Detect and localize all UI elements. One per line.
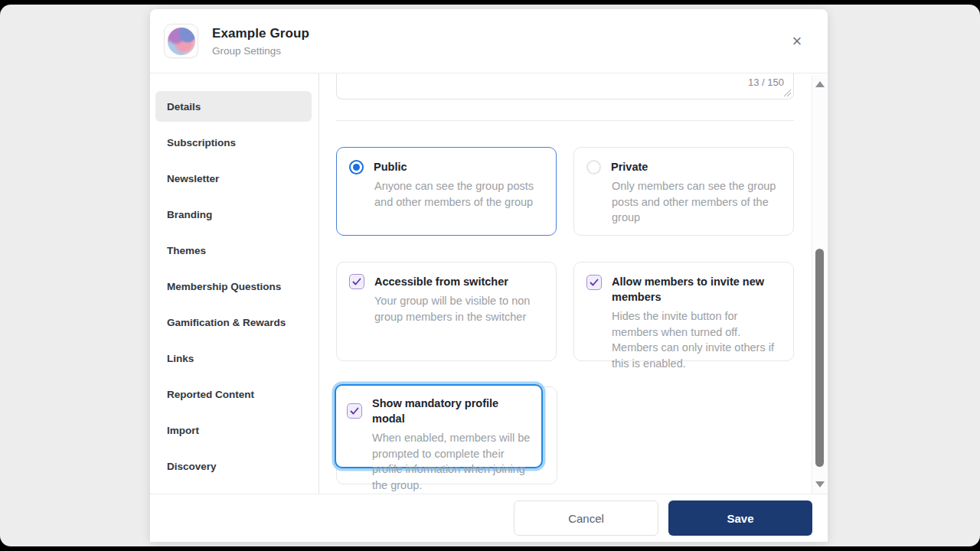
toggle-options-row: Accessible from switcher Your group will… — [336, 262, 794, 361]
sidebar-item-import[interactable]: Import — [155, 415, 312, 445]
option-description: Only members can see the group posts and… — [586, 178, 779, 226]
sidebar-item-discovery[interactable]: Discovery — [155, 451, 312, 481]
option-description: Your group will be visible to non group … — [349, 293, 542, 324]
sidebar-item-subscriptions[interactable]: Subscriptions — [155, 127, 312, 158]
group-settings-modal: Example Group Group Settings × Details S… — [150, 9, 828, 542]
sidebar-item-links[interactable]: Links — [155, 343, 312, 373]
checkbox-checked-icon[interactable] — [586, 275, 602, 290]
option-title: Private — [611, 159, 648, 174]
card-head: Public — [349, 159, 542, 174]
toggle-accessible-from-switcher[interactable]: Accessible from switcher Your group will… — [336, 262, 557, 361]
group-title: Example Group — [212, 26, 309, 41]
group-avatar-image — [168, 28, 195, 55]
checkmark-icon — [350, 406, 359, 416]
option-title: Accessible from switcher — [374, 274, 508, 289]
checkmark-icon — [590, 278, 599, 287]
card-head: Show mandatory profile modal — [347, 396, 531, 426]
sidebar-item-branding[interactable]: Branding — [155, 199, 312, 230]
option-description: Anyone can see the group posts and other… — [349, 178, 542, 210]
toggle-mandatory-profile-modal[interactable]: Show mandatory profile modal When enable… — [335, 384, 543, 468]
sidebar-item-newsletter[interactable]: Newsletter — [155, 163, 312, 194]
privacy-option-private[interactable]: Private Only members can see the group p… — [573, 147, 794, 236]
resize-handle-icon[interactable] — [784, 90, 791, 96]
privacy-option-public[interactable]: Public Anyone can see the group posts an… — [336, 147, 557, 236]
toggle-mandatory-profile-wrapper: Show mandatory profile modal When enable… — [336, 386, 557, 484]
checkbox-checked-icon[interactable] — [349, 274, 364, 289]
modal-footer: Cancel Save — [150, 494, 828, 542]
radio-selected-icon[interactable] — [349, 160, 364, 174]
sidebar-item-gamification-rewards[interactable]: Gamification & Rewards — [155, 307, 312, 337]
group-avatar — [164, 24, 198, 58]
option-title: Public — [374, 159, 407, 174]
sidebar-item-details[interactable]: Details — [155, 91, 312, 122]
card-head: Accessible from switcher — [349, 274, 542, 289]
close-icon[interactable]: × — [786, 31, 808, 52]
save-button[interactable]: Save — [668, 500, 812, 536]
radio-unselected-icon[interactable] — [586, 160, 601, 174]
settings-content: 13 / 150 Public Anyone can see the group… — [319, 73, 828, 494]
checkbox-checked-icon[interactable] — [347, 403, 362, 419]
checkmark-icon — [352, 277, 361, 286]
option-title: Show mandatory profile modal — [372, 396, 531, 426]
option-description: Hides the invite button for members when… — [586, 308, 779, 371]
option-title: Allow members to invite new members — [612, 274, 776, 305]
section-divider — [336, 120, 794, 121]
modal-header: Example Group Group Settings × — [150, 9, 828, 73]
cancel-button[interactable]: Cancel — [514, 500, 658, 536]
toggle-allow-invites[interactable]: Allow members to invite new members Hide… — [573, 262, 794, 361]
sidebar-item-reported-content[interactable]: Reported Content — [155, 379, 312, 409]
scroll-down-icon[interactable] — [815, 481, 825, 487]
privacy-options-row: Public Anyone can see the group posts an… — [336, 147, 794, 236]
settings-sidebar: Details Subscriptions Newsletter Brandin… — [150, 73, 319, 494]
description-textarea[interactable]: 13 / 150 — [336, 73, 794, 99]
char-counter: 13 / 150 — [748, 77, 784, 88]
option-description: When enabled, members will be prompted t… — [347, 430, 531, 493]
sidebar-item-themes[interactable]: Themes — [155, 235, 312, 266]
card-head: Private — [586, 159, 779, 174]
content-scrollbar[interactable] — [812, 75, 827, 494]
modal-body: Details Subscriptions Newsletter Brandin… — [150, 73, 828, 494]
sidebar-item-membership-questions[interactable]: Membership Questions — [155, 271, 312, 302]
scroll-up-icon[interactable] — [815, 81, 825, 87]
scrollbar-thumb[interactable] — [815, 249, 824, 467]
header-text: Example Group Group Settings — [212, 26, 309, 57]
card-head: Allow members to invite new members — [586, 274, 779, 305]
modal-subtitle: Group Settings — [212, 45, 309, 57]
